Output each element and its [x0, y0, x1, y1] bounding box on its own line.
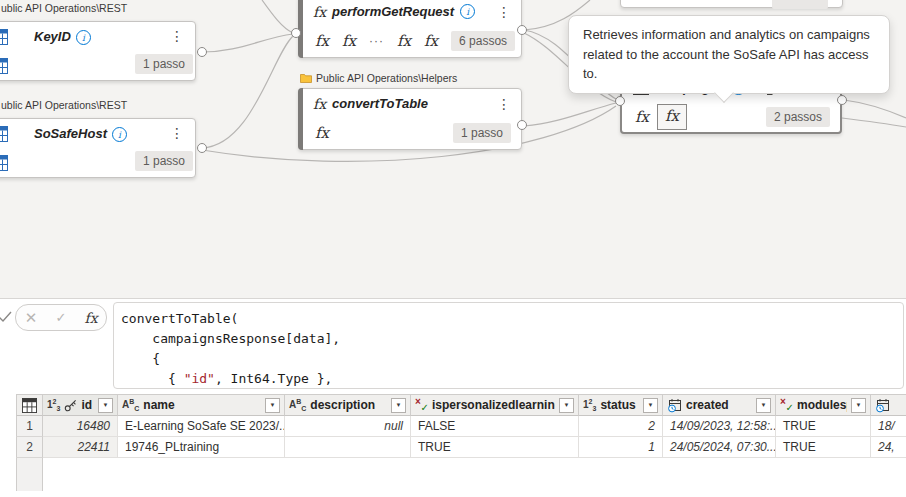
- number-type-icon: 123: [47, 398, 60, 412]
- connector-port[interactable]: [615, 96, 625, 106]
- cell-ispersonalizedlearning[interactable]: TRUE: [411, 437, 579, 458]
- more-options-icon[interactable]: ⋮: [495, 97, 513, 111]
- text-type-icon: ABC: [289, 398, 306, 412]
- function-icon: fx: [313, 5, 326, 19]
- column-header-partial[interactable]: [871, 394, 906, 416]
- filter-button[interactable]: ▼: [851, 398, 866, 413]
- info-icon[interactable]: i: [460, 4, 475, 19]
- column-label: name: [143, 398, 261, 412]
- more-options-icon[interactable]: ⋮: [168, 126, 186, 140]
- filter-button[interactable]: ▼: [643, 398, 658, 413]
- column-label: id: [81, 398, 94, 412]
- datetime-type-icon: [667, 398, 682, 413]
- node-keyid[interactable]: KeyID i ⋮ 1 passo: [0, 21, 196, 81]
- connector-port[interactable]: [837, 95, 847, 105]
- node-converttotable[interactable]: fx convertToTable ⋮ fx 1 passo: [298, 88, 522, 150]
- group-label-text: Public API Operations\Helpers: [316, 72, 457, 84]
- text-type-icon: ABC: [122, 398, 139, 412]
- steps-badge: 6 passos: [451, 31, 515, 51]
- connector-port[interactable]: [291, 28, 301, 38]
- step-fx-icon[interactable]: fx: [635, 110, 649, 125]
- steps-badge: 1 passo: [453, 123, 511, 143]
- info-icon[interactable]: i: [76, 30, 91, 45]
- selected-step-fx-icon[interactable]: fx: [657, 104, 687, 130]
- node-title: performGetRequest: [332, 4, 454, 19]
- connector-port[interactable]: [197, 47, 207, 57]
- table-row: 2 22411 19746_PLtraining TRUE 1 24/05/20…: [16, 437, 906, 458]
- connector-port[interactable]: [517, 25, 527, 35]
- column-header-description[interactable]: ABC description ▼: [285, 394, 411, 416]
- code-line: convertToTable(: [121, 309, 903, 329]
- table-row: 1 16480 E-Learning SoSafe SE 2023/... nu…: [16, 416, 906, 437]
- filter-button[interactable]: ▼: [98, 398, 113, 413]
- step-fx-icon[interactable]: fx: [342, 34, 356, 49]
- column-label: status: [600, 398, 639, 412]
- function-icon: fx: [313, 97, 326, 111]
- datetime-type-icon: [875, 398, 890, 413]
- row-number[interactable]: 2: [16, 437, 43, 458]
- number-type-icon: 123: [583, 398, 596, 412]
- more-options-icon[interactable]: ⋮: [168, 29, 186, 43]
- cell-name[interactable]: E-Learning SoSafe SE 2023/...: [118, 416, 285, 437]
- table-icon: [0, 29, 8, 45]
- cell-name[interactable]: 19746_PLtraining: [118, 437, 285, 458]
- cell-partial[interactable]: 18/: [871, 416, 906, 437]
- node-sosafehost[interactable]: SoSafeHost i ⋮ 1 passo: [0, 118, 196, 178]
- filter-button[interactable]: ▼: [265, 398, 280, 413]
- info-icon[interactable]: i: [112, 127, 127, 142]
- cell-modulesplit[interactable]: TRUE: [776, 437, 871, 458]
- cell-description[interactable]: null: [285, 416, 411, 437]
- more-options-icon[interactable]: ⋮: [495, 5, 513, 19]
- formula-bar: ✕ ✓ fx convertToTable( campaignsResponse…: [0, 298, 906, 394]
- node-performgetrequest[interactable]: fx performGetRequest i ⋮ fx fx ··· fx fx…: [298, 0, 522, 58]
- filter-button[interactable]: ▼: [391, 398, 406, 413]
- group-label-rest-bottom: ublic API Operations\REST: [1, 99, 127, 111]
- column-label: ispersonalizedlearning: [432, 398, 555, 412]
- connector-port[interactable]: [197, 143, 207, 153]
- table-step-icon: [0, 58, 8, 74]
- cell-created[interactable]: 24/05/2024, 07:30...: [663, 437, 776, 458]
- step-fx-icon[interactable]: fx: [315, 126, 329, 141]
- fx-button[interactable]: fx: [76, 310, 106, 326]
- column-header-name[interactable]: ABC name ▼: [118, 394, 285, 416]
- cell-partial[interactable]: 24,: [871, 437, 906, 458]
- step-fx-icon[interactable]: fx: [397, 34, 411, 49]
- filter-button[interactable]: ▼: [756, 398, 771, 413]
- confirm-icon[interactable]: ✓: [46, 310, 76, 325]
- formula-editor[interactable]: convertToTable( campaignsResponse[data],…: [113, 302, 904, 389]
- boolean-type-icon: ×✓: [780, 398, 793, 412]
- steps-badge: [772, 0, 828, 9]
- table-corner-button[interactable]: [16, 394, 43, 416]
- cell-id[interactable]: 22411: [43, 437, 118, 458]
- cell-status[interactable]: 1: [579, 437, 663, 458]
- column-header-id[interactable]: 123 id ▼: [43, 394, 118, 416]
- cell-ispersonalizedlearning[interactable]: FALSE: [411, 416, 579, 437]
- power-query-editor: ublic API Operations\REST ublic API Oper…: [0, 0, 906, 497]
- data-preview-table: 123 id ▼ ABC name ▼ ABC description ▼ ×✓…: [16, 394, 906, 491]
- cell-status[interactable]: 2: [579, 416, 663, 437]
- code-line: campaignsResponse[data],: [121, 329, 903, 349]
- cell-modulesplit[interactable]: TRUE: [776, 416, 871, 437]
- step-fx-icon[interactable]: fx: [315, 34, 329, 49]
- group-label-rest-top: ublic API Operations\REST: [1, 2, 127, 14]
- row-number[interactable]: 1: [16, 416, 43, 437]
- table-icon: [0, 126, 8, 142]
- column-header-modulesplit[interactable]: ×✓ modulesplit ▼: [776, 394, 871, 416]
- column-label: created: [686, 398, 752, 412]
- folder-icon: [300, 73, 312, 83]
- cancel-icon[interactable]: ✕: [16, 309, 46, 327]
- column-header-created[interactable]: created ▼: [663, 394, 776, 416]
- key-icon: [64, 399, 77, 412]
- column-header-ispersonalizedlearning[interactable]: ×✓ ispersonalizedlearning ▼: [411, 394, 579, 416]
- connector-port[interactable]: [517, 120, 527, 130]
- column-header-status[interactable]: 123 status ▼: [579, 394, 663, 416]
- code-line: {: [121, 349, 903, 369]
- formula-expand-chevron-icon[interactable]: [0, 309, 12, 327]
- cell-id[interactable]: 16480: [43, 416, 118, 437]
- cell-created[interactable]: 14/09/2023, 12:58:...: [663, 416, 776, 437]
- node-partial-top[interactable]: fx: [620, 0, 843, 8]
- node-title: convertToTable: [332, 96, 428, 111]
- step-fx-icon[interactable]: fx: [424, 34, 438, 49]
- cell-description[interactable]: [285, 437, 411, 458]
- filter-button[interactable]: ▼: [559, 398, 574, 413]
